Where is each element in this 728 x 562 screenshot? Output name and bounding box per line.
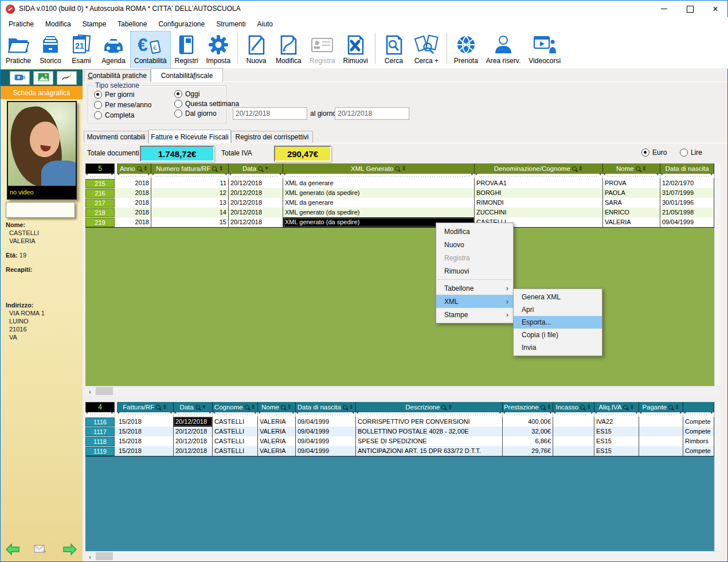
cell-prestazione[interactable]: 32,00€: [503, 427, 553, 436]
submenu-genera-xml[interactable]: Genera XML: [514, 291, 602, 303]
cell-numero[interactable]: 14: [151, 208, 229, 217]
cell-nome[interactable]: PROVA: [603, 178, 660, 188]
tab-contabilita-pratiche[interactable]: Contabilità pratiche: [84, 69, 151, 81]
detail-row[interactable]: 1117 15/2018 20/12/2018 CASTELLI VALERIA…: [85, 427, 714, 436]
column-header-nome[interactable]: Nome: [603, 163, 660, 174]
menu-pratiche[interactable]: Pratiche: [3, 18, 40, 30]
invoice-row[interactable]: 217 2018 13 20/12/2018 XML da generare R…: [85, 198, 714, 208]
radio-lire[interactable]: Lire: [680, 149, 702, 157]
cell-anno[interactable]: 2018: [117, 188, 151, 198]
filter-cell[interactable]: [683, 412, 714, 417]
cell-nascita[interactable]: 30/01/1996: [660, 198, 714, 208]
cell-nome[interactable]: VALERIA: [603, 217, 660, 227]
filter-cell[interactable]: [639, 412, 683, 417]
details-horizontal-scrollbar[interactable]: [85, 551, 720, 561]
radio-questa-settimana[interactable]: Questa settimana: [174, 100, 239, 108]
cell-truncated[interactable]: Compete: [683, 427, 714, 436]
column-header-data-nascita[interactable]: Data di nascita: [660, 163, 714, 174]
filter-cell[interactable]: [213, 412, 258, 417]
menu-modifica[interactable]: Modifica: [40, 18, 77, 30]
column-header-cognome[interactable]: Cognome: [213, 402, 258, 412]
cell-nome[interactable]: VALERIA: [258, 417, 296, 427]
cell-incasso[interactable]: [553, 417, 594, 427]
row-id[interactable]: 1117: [85, 427, 115, 436]
cell-nascita[interactable]: 12/02/1970: [660, 178, 714, 188]
cell-numero[interactable]: 15: [151, 217, 229, 227]
cell-numero[interactable]: 12: [151, 188, 229, 198]
filter-cell[interactable]: [553, 412, 594, 417]
date-from-input[interactable]: [233, 107, 307, 120]
scroll-left-icon[interactable]: [87, 388, 93, 395]
cell-incasso[interactable]: [553, 436, 594, 446]
submenu-apri[interactable]: Apri: [514, 303, 602, 316]
cell-xml[interactable]: XML generato (da spedire): [283, 188, 475, 198]
cell-pagante[interactable]: [639, 427, 683, 436]
cell-numero[interactable]: 11: [151, 178, 229, 188]
menu-aiuto[interactable]: Aiuto: [252, 18, 279, 30]
invoice-row[interactable]: 216 2018 12 20/12/2018 XML generato (da …: [85, 188, 714, 198]
cell-anno[interactable]: 2018: [117, 208, 151, 217]
cell-pagante[interactable]: [639, 446, 683, 456]
cell-fattura[interactable]: 15/2018: [117, 436, 174, 446]
menu-tabellone[interactable]: Tabellone: [112, 18, 152, 30]
context-menu-tabellone[interactable]: Tabellone: [436, 282, 513, 295]
toolbar-contabilita-button[interactable]: €€ Contabilità: [130, 31, 171, 69]
column-header-aliq-iva[interactable]: Aliq.IVA: [594, 402, 639, 412]
cell-nascita[interactable]: 09/04/1999: [296, 417, 356, 427]
cell-xml[interactable]: XML generato (da spedire): [283, 208, 475, 217]
signature-button[interactable]: [57, 71, 77, 85]
filter-cell[interactable]: [594, 412, 639, 417]
context-menu-modifica[interactable]: Modifica: [436, 225, 513, 238]
tab-fatture-ricevute-fiscali[interactable]: Fatture e Ricevute Fiscali: [148, 130, 231, 143]
filter-cell[interactable]: [296, 412, 356, 417]
cell-anno[interactable]: 2018: [117, 217, 151, 227]
scroll-thumb[interactable]: [96, 387, 113, 395]
column-header-descrizione[interactable]: Descrizione: [356, 402, 503, 412]
cell-denominazione[interactable]: ZUCCHINI: [475, 208, 603, 217]
column-header-data-nascita[interactable]: Data di nascita: [296, 402, 356, 412]
cell-cognome[interactable]: CASTELLI: [213, 436, 258, 446]
photo-button[interactable]: [33, 71, 53, 85]
cell-incasso[interactable]: [553, 427, 594, 436]
menu-stampe[interactable]: Stampe: [77, 18, 112, 30]
cell-numero[interactable]: 13: [151, 198, 229, 208]
filter-cell[interactable]: [475, 174, 603, 178]
cell-aliq-iva[interactable]: ES15: [594, 427, 639, 436]
cell-pagante[interactable]: [639, 417, 683, 427]
toolbar-storico-button[interactable]: Storico: [35, 31, 66, 69]
cell-nome[interactable]: VALERIA: [258, 427, 296, 436]
column-header-incasso[interactable]: Incasso: [553, 402, 594, 412]
cell-nome[interactable]: VALERIA: [258, 436, 296, 446]
context-menu-stampe[interactable]: Stampe: [436, 308, 513, 321]
cell-truncated[interactable]: Compete: [683, 446, 714, 456]
filter-cell[interactable]: [85, 174, 115, 178]
toolbar-cerca-button[interactable]: Cerca: [378, 31, 409, 69]
tab-registro-corrispettivi[interactable]: Registro dei corrispettivi: [231, 131, 313, 143]
filter-cell[interactable]: [174, 412, 213, 417]
cell-denominazione[interactable]: RIMONDI: [475, 198, 603, 208]
row-id[interactable]: 1118: [85, 437, 115, 446]
radio-completa[interactable]: Completa: [94, 111, 134, 119]
cell-nascita[interactable]: 21/05/1998: [660, 208, 714, 217]
cell-fattura[interactable]: 15/2018: [117, 446, 174, 456]
invoices-vertical-scrollbar[interactable]: [714, 163, 721, 385]
row-id[interactable]: 218: [85, 208, 115, 217]
row-id[interactable]: 217: [85, 198, 115, 208]
cell-prestazione[interactable]: 400,00€: [503, 417, 553, 427]
cell-anno[interactable]: 2018: [117, 198, 151, 208]
cell-data[interactable]: 20/12/2018: [174, 427, 213, 436]
cell-aliq-iva[interactable]: ES15: [594, 436, 639, 446]
row-id[interactable]: 219: [85, 218, 115, 227]
column-header-data[interactable]: Data: [229, 163, 283, 174]
submenu-invia[interactable]: Invia: [514, 341, 602, 354]
cell-data[interactable]: 20/12/2018: [229, 198, 283, 208]
cell-data[interactable]: 20/12/2018: [229, 178, 283, 188]
toolbar-registri-button[interactable]: Registri: [171, 31, 202, 69]
menu-strumenti[interactable]: Strumenti: [210, 18, 251, 30]
filter-cell[interactable]: [85, 412, 115, 417]
cell-nascita[interactable]: 09/04/1999: [660, 217, 714, 227]
toolbar-cerca-plus-button[interactable]: Cerca +: [409, 31, 444, 69]
maximize-button[interactable]: [677, 1, 703, 17]
invoice-row[interactable]: 215 2018 11 20/12/2018 XML da generare P…: [85, 178, 714, 188]
send-mail-button[interactable]: [34, 544, 48, 557]
